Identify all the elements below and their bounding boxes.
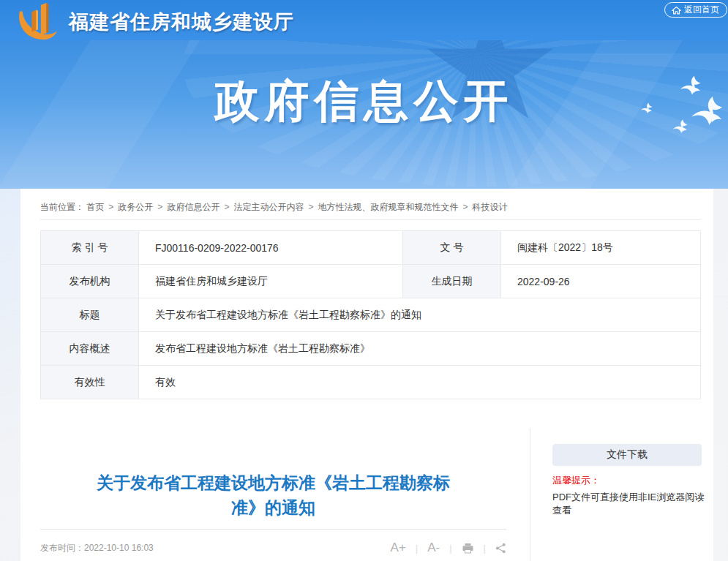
article-meta-divider (40, 529, 506, 530)
info-label-cell: 文 号 (403, 231, 501, 265)
info-value-cell: FJ00116-0209-2022-00176 (139, 231, 403, 265)
tip-text: PDF文件可直接使用非IE浏览器阅读查看 (552, 491, 710, 517)
table-row: 发布机构福建省住房和城乡建设厅生成日期2022-09-26 (41, 265, 701, 298)
banner-title: 政府信息公开 (0, 72, 728, 132)
info-label-cell: 发布机构 (41, 265, 139, 298)
info-value-cell: 福建省住房和城乡建设厅 (139, 265, 403, 298)
info-label-cell: 索 引 号 (41, 231, 139, 265)
breadcrumb-separator: > (308, 202, 313, 212)
tip-block: 温馨提示： PDF文件可直接使用非IE浏览器阅读查看 (552, 474, 710, 517)
site-title: 福建省住房和城乡建设厅 (69, 9, 294, 35)
breadcrumb-link[interactable]: 科技设计 (472, 202, 507, 212)
tools-separator: | (484, 543, 486, 554)
info-table-body: 索 引 号FJ00116-0209-2022-00176文 号闽建科〔2022〕… (41, 231, 701, 399)
site-logo-icon (16, 1, 59, 42)
info-value-cell: 闽建科〔2022〕18号 (501, 231, 701, 265)
info-label-cell: 有效性 (41, 366, 139, 399)
tools-separator: | (449, 543, 451, 554)
info-value-cell: 有效 (139, 366, 701, 399)
document-info-table: 索 引 号FJ00116-0209-2022-00176文 号闽建科〔2022〕… (40, 230, 701, 399)
article-tools: A+ | A- | | (391, 541, 506, 555)
font-increase-button[interactable]: A+ (391, 541, 406, 555)
breadcrumb-link[interactable]: 首页 (86, 202, 104, 212)
publish-time: 发布时间：2022-10-10 16:03 (40, 542, 154, 554)
breadcrumb-link[interactable]: 政府信息公开 (167, 202, 219, 212)
breadcrumb-link[interactable]: 地方性法规、政府规章和规范性文件 (318, 202, 458, 212)
article-title: 关于发布省工程建设地方标准《岩土工程勘察标准》的通知 (40, 470, 506, 520)
font-decrease-button[interactable]: A- (427, 541, 440, 555)
breadcrumb-separator: > (157, 202, 162, 212)
breadcrumb-separator: > (462, 202, 468, 212)
breadcrumb-link[interactable]: 政务公开 (118, 202, 153, 212)
tools-separator: | (416, 543, 418, 554)
tip-title: 温馨提示： (552, 474, 710, 487)
table-row: 索 引 号FJ00116-0209-2022-00176文 号闽建科〔2022〕… (41, 231, 701, 265)
info-label-cell: 生成日期 (403, 265, 501, 298)
sidebar-divider (530, 428, 530, 561)
file-download-button[interactable]: 文件下载 (552, 444, 702, 466)
home-button-label: 返回首页 (684, 4, 719, 16)
info-value-cell: 发布省工程建设地方标准《岩土工程勘察标准》 (139, 332, 701, 366)
share-icon[interactable] (495, 543, 506, 554)
top-header-bar: 福建省住房和城乡建设厅 返回首页 (0, 0, 728, 40)
print-icon[interactable] (462, 543, 474, 554)
info-value-cell: 关于发布省工程建设地方标准《岩土工程勘察标准》的通知 (139, 298, 701, 332)
table-row: 有效性有效 (41, 366, 701, 399)
breadcrumb-separator: > (108, 202, 113, 212)
home-button[interactable]: 返回首页 (664, 2, 727, 18)
banner: 政府信息公开 (0, 40, 728, 189)
table-row: 标题关于发布省工程建设地方标准《岩土工程勘察标准》的通知 (41, 298, 701, 332)
breadcrumb-divider (40, 219, 701, 220)
publish-time-value: 2022-10-10 16:03 (84, 543, 154, 553)
info-label-cell: 标题 (41, 298, 139, 332)
info-value-cell: 2022-09-26 (501, 265, 701, 298)
breadcrumb-link[interactable]: 法定主动公开内容 (233, 202, 304, 212)
breadcrumb: 当前位置： 首页>政务公开>政府信息公开>法定主动公开内容>地方性法规、政府规章… (40, 201, 694, 214)
publish-time-label: 发布时间： (40, 543, 84, 553)
home-icon (672, 6, 681, 15)
article-meta-row: 发布时间：2022-10-10 16:03 A+ | A- | | (40, 538, 506, 558)
content-panel: 当前位置： 首页>政务公开>政府信息公开>法定主动公开内容>地方性法规、政府规章… (20, 189, 713, 561)
info-label-cell: 内容概述 (41, 332, 139, 366)
table-row: 内容概述发布省工程建设地方标准《岩土工程勘察标准》 (41, 332, 701, 366)
breadcrumb-prefix: 当前位置： (40, 202, 84, 212)
breadcrumb-separator: > (224, 202, 229, 212)
